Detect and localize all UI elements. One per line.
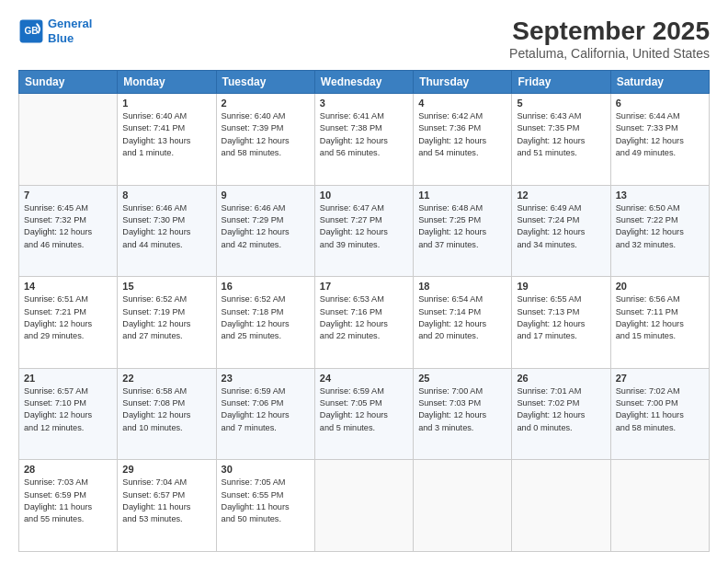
- day-info: Sunrise: 6:59 AM Sunset: 7:05 PM Dayligh…: [320, 385, 408, 434]
- day-info: Sunrise: 6:49 AM Sunset: 7:24 PM Dayligh…: [517, 202, 605, 251]
- subtitle: Petaluma, California, United States: [509, 46, 710, 61]
- day-header-wednesday: Wednesday: [314, 71, 413, 94]
- day-number: 5: [517, 98, 605, 109]
- calendar-cell: 17Sunrise: 6:53 AM Sunset: 7:16 PM Dayli…: [314, 277, 413, 369]
- day-info: Sunrise: 6:43 AM Sunset: 7:35 PM Dayligh…: [517, 110, 605, 159]
- day-number: 9: [222, 190, 310, 201]
- calendar-cell: [19, 94, 118, 186]
- day-info: Sunrise: 6:57 AM Sunset: 7:10 PM Dayligh…: [24, 385, 112, 434]
- calendar-cell: 25Sunrise: 7:00 AM Sunset: 7:03 PM Dayli…: [414, 368, 512, 460]
- day-number: 21: [24, 373, 112, 384]
- day-number: 14: [24, 281, 112, 292]
- calendar-cell: 22Sunrise: 6:58 AM Sunset: 7:08 PM Dayli…: [118, 368, 216, 460]
- day-number: 4: [418, 98, 506, 109]
- calendar-cell: 14Sunrise: 6:51 AM Sunset: 7:21 PM Dayli…: [19, 277, 118, 369]
- day-info: Sunrise: 7:03 AM Sunset: 6:59 PM Dayligh…: [24, 477, 112, 525]
- calendar-cell: 28Sunrise: 7:03 AM Sunset: 6:59 PM Dayli…: [19, 460, 118, 552]
- calendar-cell: 29Sunrise: 7:04 AM Sunset: 6:57 PM Dayli…: [118, 460, 216, 552]
- day-header-sunday: Sunday: [19, 71, 118, 94]
- calendar-cell: 20Sunrise: 6:56 AM Sunset: 7:11 PM Dayli…: [610, 277, 709, 369]
- day-info: Sunrise: 7:02 AM Sunset: 7:00 PM Dayligh…: [616, 385, 704, 434]
- calendar-cell: 18Sunrise: 6:54 AM Sunset: 7:14 PM Dayli…: [414, 277, 512, 369]
- day-info: Sunrise: 6:54 AM Sunset: 7:14 PM Dayligh…: [418, 293, 506, 342]
- calendar-cell: 8Sunrise: 6:46 AM Sunset: 7:30 PM Daylig…: [118, 185, 216, 277]
- day-info: Sunrise: 6:46 AM Sunset: 7:29 PM Dayligh…: [222, 202, 310, 251]
- calendar-cell: 1Sunrise: 6:40 AM Sunset: 7:41 PM Daylig…: [118, 94, 216, 186]
- calendar-cell: 6Sunrise: 6:44 AM Sunset: 7:33 PM Daylig…: [610, 94, 709, 186]
- day-info: Sunrise: 6:44 AM Sunset: 7:33 PM Dayligh…: [616, 110, 704, 159]
- day-number: 6: [616, 98, 704, 109]
- calendar-cell: [610, 460, 709, 552]
- calendar-table: SundayMondayTuesdayWednesdayThursdayFrid…: [18, 70, 710, 552]
- main-title: September 2025: [509, 17, 710, 46]
- logo: GB General Blue: [18, 17, 92, 45]
- day-number: 18: [418, 281, 506, 292]
- week-row-2: 7Sunrise: 6:45 AM Sunset: 7:32 PM Daylig…: [19, 185, 710, 277]
- calendar-cell: 15Sunrise: 6:52 AM Sunset: 7:19 PM Dayli…: [118, 277, 216, 369]
- calendar-cell: 21Sunrise: 6:57 AM Sunset: 7:10 PM Dayli…: [19, 368, 118, 460]
- day-header-monday: Monday: [118, 71, 216, 94]
- header: GB General Blue September 2025 Petaluma,…: [18, 17, 710, 61]
- logo-line2: Blue: [48, 31, 74, 45]
- day-number: 16: [222, 281, 310, 292]
- calendar-cell: [314, 460, 413, 552]
- day-number: 20: [616, 281, 704, 292]
- day-info: Sunrise: 6:41 AM Sunset: 7:38 PM Dayligh…: [320, 110, 408, 159]
- calendar-cell: 13Sunrise: 6:50 AM Sunset: 7:22 PM Dayli…: [610, 185, 709, 277]
- logo-text: General Blue: [48, 17, 92, 45]
- day-info: Sunrise: 6:55 AM Sunset: 7:13 PM Dayligh…: [517, 293, 605, 342]
- day-number: 22: [122, 373, 210, 384]
- day-number: 26: [517, 373, 605, 384]
- logo-icon: GB: [18, 18, 44, 44]
- calendar-cell: [414, 460, 512, 552]
- day-number: 3: [320, 98, 408, 109]
- calendar-cell: 10Sunrise: 6:47 AM Sunset: 7:27 PM Dayli…: [314, 185, 413, 277]
- day-info: Sunrise: 7:04 AM Sunset: 6:57 PM Dayligh…: [122, 477, 210, 525]
- day-number: 29: [122, 464, 210, 475]
- day-header-friday: Friday: [512, 71, 610, 94]
- week-row-3: 14Sunrise: 6:51 AM Sunset: 7:21 PM Dayli…: [19, 277, 710, 369]
- day-number: 11: [418, 190, 506, 201]
- day-number: 24: [320, 373, 408, 384]
- day-number: 28: [24, 464, 112, 475]
- logo-line1: General: [48, 17, 92, 30]
- calendar-cell: 3Sunrise: 6:41 AM Sunset: 7:38 PM Daylig…: [314, 94, 413, 186]
- calendar-cell: 30Sunrise: 7:05 AM Sunset: 6:55 PM Dayli…: [216, 460, 314, 552]
- page: GB General Blue September 2025 Petaluma,…: [0, 0, 728, 563]
- day-number: 23: [222, 373, 310, 384]
- day-number: 8: [122, 190, 210, 201]
- week-row-5: 28Sunrise: 7:03 AM Sunset: 6:59 PM Dayli…: [19, 460, 710, 552]
- day-number: 2: [222, 98, 310, 109]
- day-number: 15: [122, 281, 210, 292]
- day-header-saturday: Saturday: [610, 71, 709, 94]
- day-header-tuesday: Tuesday: [216, 71, 314, 94]
- day-number: 10: [320, 190, 408, 201]
- day-number: 13: [616, 190, 704, 201]
- day-number: 19: [517, 281, 605, 292]
- calendar-cell: 4Sunrise: 6:42 AM Sunset: 7:36 PM Daylig…: [414, 94, 512, 186]
- day-info: Sunrise: 6:46 AM Sunset: 7:30 PM Dayligh…: [122, 202, 210, 251]
- day-info: Sunrise: 6:50 AM Sunset: 7:22 PM Dayligh…: [616, 202, 704, 251]
- week-row-1: 1Sunrise: 6:40 AM Sunset: 7:41 PM Daylig…: [19, 94, 710, 186]
- day-info: Sunrise: 6:40 AM Sunset: 7:39 PM Dayligh…: [222, 110, 310, 159]
- day-info: Sunrise: 6:40 AM Sunset: 7:41 PM Dayligh…: [122, 110, 210, 159]
- day-info: Sunrise: 7:05 AM Sunset: 6:55 PM Dayligh…: [222, 477, 310, 525]
- day-number: 27: [616, 373, 704, 384]
- day-info: Sunrise: 7:01 AM Sunset: 7:02 PM Dayligh…: [517, 385, 605, 434]
- day-info: Sunrise: 6:52 AM Sunset: 7:19 PM Dayligh…: [122, 293, 210, 342]
- calendar-cell: 5Sunrise: 6:43 AM Sunset: 7:35 PM Daylig…: [512, 94, 610, 186]
- day-info: Sunrise: 6:48 AM Sunset: 7:25 PM Dayligh…: [418, 202, 506, 251]
- calendar-cell: 9Sunrise: 6:46 AM Sunset: 7:29 PM Daylig…: [216, 185, 314, 277]
- day-info: Sunrise: 6:56 AM Sunset: 7:11 PM Dayligh…: [616, 293, 704, 342]
- day-info: Sunrise: 6:45 AM Sunset: 7:32 PM Dayligh…: [24, 202, 112, 251]
- day-header-thursday: Thursday: [414, 71, 512, 94]
- calendar-cell: 23Sunrise: 6:59 AM Sunset: 7:06 PM Dayli…: [216, 368, 314, 460]
- calendar-cell: 19Sunrise: 6:55 AM Sunset: 7:13 PM Dayli…: [512, 277, 610, 369]
- day-number: 12: [517, 190, 605, 201]
- day-info: Sunrise: 6:51 AM Sunset: 7:21 PM Dayligh…: [24, 293, 112, 342]
- calendar-cell: 26Sunrise: 7:01 AM Sunset: 7:02 PM Dayli…: [512, 368, 610, 460]
- calendar-cell: 24Sunrise: 6:59 AM Sunset: 7:05 PM Dayli…: [314, 368, 413, 460]
- day-number: 17: [320, 281, 408, 292]
- day-info: Sunrise: 6:52 AM Sunset: 7:18 PM Dayligh…: [222, 293, 310, 342]
- day-number: 30: [222, 464, 310, 475]
